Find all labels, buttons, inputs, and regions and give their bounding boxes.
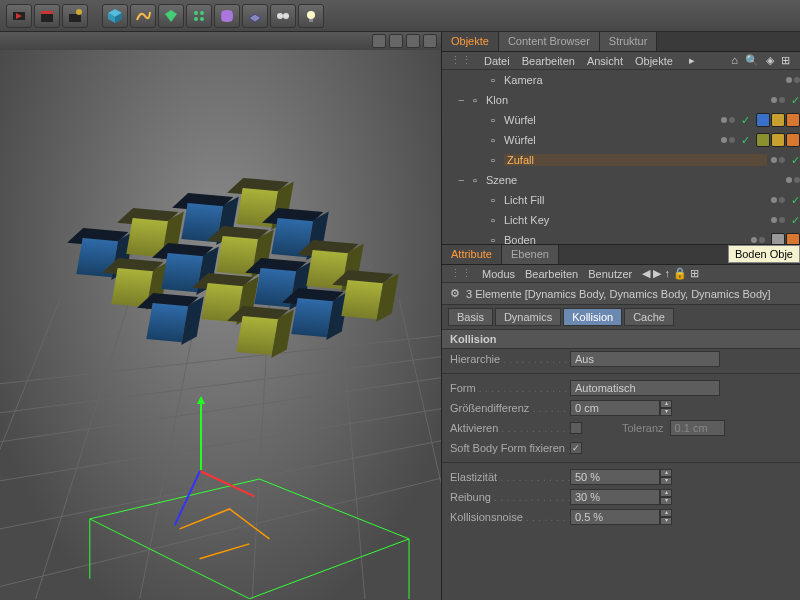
menu-bearbeiten[interactable]: Bearbeiten [522, 55, 575, 67]
svg-rect-4 [69, 14, 81, 22]
input-elast[interactable]: 50 % [570, 469, 660, 485]
subtab-cache[interactable]: Cache [624, 308, 674, 326]
axis-y[interactable] [200, 400, 202, 470]
input-toleranz[interactable]: 0.1 cm [670, 420, 725, 436]
tab-attribute[interactable]: Attribute [442, 245, 502, 264]
spline-icon[interactable] [130, 4, 156, 28]
tab-struktur[interactable]: Struktur [600, 32, 658, 51]
manager-icons[interactable]: ⌂ 🔍 ◈ ⊞ [731, 54, 792, 67]
tree-label[interactable]: Klon [486, 94, 767, 106]
nurbs-icon[interactable] [158, 4, 184, 28]
check-icon[interactable]: ✓ [741, 114, 750, 127]
tree-row[interactable]: −▫Szene [442, 170, 800, 190]
tree-label[interactable]: Szene [486, 174, 782, 186]
clapper-icon[interactable] [34, 4, 60, 28]
random-icon: ▫ [486, 153, 500, 167]
tree-toggle[interactable]: − [458, 174, 468, 186]
cube-primitive-icon[interactable] [102, 4, 128, 28]
check-icon[interactable]: ✓ [791, 154, 800, 167]
spinner-reibung[interactable]: ▴▾ [660, 489, 672, 505]
camera-icon[interactable] [270, 4, 296, 28]
subtab-dynamics[interactable]: Dynamics [495, 308, 561, 326]
array-icon[interactable] [186, 4, 212, 28]
record-icon[interactable] [6, 4, 32, 28]
menu-ansicht[interactable]: Ansicht [587, 55, 623, 67]
attr-nav-icons[interactable]: ◀ ▶ ↑ 🔒 ⊞ [642, 267, 699, 280]
tree-row[interactable]: ▫Würfel✓ [442, 110, 800, 130]
floor-icon[interactable] [242, 4, 268, 28]
visibility-dots[interactable] [771, 197, 785, 203]
floor-icon: ▫ [486, 233, 500, 245]
clapper-gear-icon[interactable] [62, 4, 88, 28]
subtab-kollision[interactable]: Kollision [563, 308, 622, 326]
viewport-canvas[interactable] [0, 50, 441, 600]
svg-rect-3 [41, 11, 53, 14]
input-noise[interactable]: 0.5 % [570, 509, 660, 525]
object-manager-tabs: Objekte Content Browser Struktur [442, 32, 800, 52]
tree-label[interactable]: Boden [504, 234, 747, 245]
menu-modus[interactable]: Modus [482, 268, 515, 280]
visibility-dots[interactable] [771, 97, 785, 103]
dropdown-hierarchie[interactable]: Aus [570, 351, 720, 367]
tree-row[interactable]: ▫Würfel✓ [442, 130, 800, 150]
input-reibung[interactable]: 30 % [570, 489, 660, 505]
tree-row[interactable]: ▫Boden [442, 230, 800, 245]
visibility-dots[interactable] [771, 217, 785, 223]
deformer-icon[interactable] [214, 4, 240, 28]
svg-line-24 [0, 464, 441, 599]
object-tree[interactable]: ▫Kamera−▫Klon✓▫Würfel✓▫Würfel✓▫Zufall✓−▫… [442, 70, 800, 245]
check-icon[interactable]: ✓ [791, 94, 800, 107]
cube-small-icon: ▫ [486, 133, 500, 147]
object-manager-menu: ⋮⋮ Datei Bearbeiten Ansicht Objekte ▸ ⌂ … [442, 52, 800, 70]
spinner-groesse[interactable]: ▴▾ [660, 400, 672, 416]
tree-label[interactable]: Würfel [504, 134, 717, 146]
tree-label[interactable]: Zufall [504, 154, 767, 166]
light-icon[interactable] [298, 4, 324, 28]
check-icon[interactable]: ✓ [791, 194, 800, 207]
camera-icon: ▫ [486, 73, 500, 87]
tab-content-browser[interactable]: Content Browser [499, 32, 600, 51]
vp-layout-icon[interactable] [423, 34, 437, 48]
visibility-dots[interactable] [786, 77, 800, 83]
menu-bearbeiten2[interactable]: Bearbeiten [525, 268, 578, 280]
checkbox-aktivieren[interactable] [570, 422, 582, 434]
vp-zoom-icon[interactable] [406, 34, 420, 48]
object-tags[interactable] [756, 133, 800, 147]
svg-point-5 [76, 9, 82, 15]
menu-benutzer[interactable]: Benutzer [588, 268, 632, 280]
tree-label[interactable]: Licht Key [504, 214, 767, 226]
check-icon[interactable]: ✓ [741, 134, 750, 147]
spinner-elast[interactable]: ▴▾ [660, 469, 672, 485]
input-groesse[interactable]: 0 cm [570, 400, 660, 416]
vp-rotate-icon[interactable] [389, 34, 403, 48]
tree-row[interactable]: ▫Licht Fill✓ [442, 190, 800, 210]
tree-label[interactable]: Kamera [504, 74, 782, 86]
object-tags[interactable] [756, 113, 800, 127]
tab-ebenen[interactable]: Ebenen [502, 245, 559, 264]
tree-row[interactable]: −▫Klon✓ [442, 90, 800, 110]
tab-objekte[interactable]: Objekte [442, 32, 499, 51]
subtab-basis[interactable]: Basis [448, 308, 493, 326]
visibility-dots[interactable] [721, 137, 735, 143]
tree-toggle[interactable]: − [458, 94, 468, 106]
tree-label[interactable]: Licht Fill [504, 194, 767, 206]
visibility-dots[interactable] [751, 237, 765, 243]
menu-datei[interactable]: Datei [484, 55, 510, 67]
spinner-noise[interactable]: ▴▾ [660, 509, 672, 525]
visibility-dots[interactable] [786, 177, 800, 183]
viewport[interactable] [0, 32, 442, 600]
svg-point-13 [200, 17, 204, 21]
visibility-dots[interactable] [721, 117, 735, 123]
tree-row[interactable]: ▫Zufall✓ [442, 150, 800, 170]
svg-line-26 [20, 299, 130, 598]
tree-label[interactable]: Würfel [504, 114, 717, 126]
tree-row[interactable]: ▫Licht Key✓ [442, 210, 800, 230]
check-icon[interactable]: ✓ [791, 214, 800, 227]
menu-objekte[interactable]: Objekte [635, 55, 673, 67]
visibility-dots[interactable] [771, 157, 785, 163]
checkbox-softbody[interactable]: ✓ [570, 442, 582, 454]
vp-move-icon[interactable] [372, 34, 386, 48]
tree-row[interactable]: ▫Kamera [442, 70, 800, 90]
dropdown-form[interactable]: Automatisch [570, 380, 720, 396]
object-tags[interactable] [771, 233, 800, 245]
